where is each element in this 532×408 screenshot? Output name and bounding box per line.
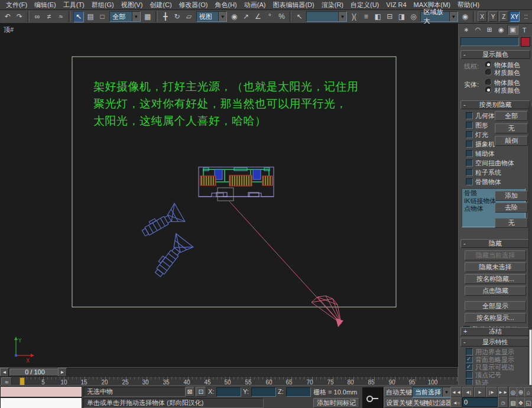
x-coord-field[interactable] xyxy=(216,387,241,397)
go-to-end-button[interactable]: ►► xyxy=(498,387,508,397)
time-slider-prev-arrow[interactable]: ◄ xyxy=(0,368,9,377)
category-add-button[interactable]: 添加 xyxy=(495,191,528,201)
menu-tools[interactable]: 工具(T) xyxy=(60,1,88,9)
select-and-scale-icon[interactable]: ▱ xyxy=(184,11,194,22)
menu-graph-editors[interactable]: 图表编辑器(D) xyxy=(269,1,317,9)
spotlight-object-1[interactable] xyxy=(138,204,185,243)
restrict-z-button[interactable]: Z xyxy=(499,11,508,22)
next-frame-button[interactable]: |► xyxy=(486,387,498,397)
rollout-hide-by-category-header[interactable]: - 按类别隐藏 xyxy=(460,100,530,109)
named-selection-icon[interactable]: ↖ xyxy=(294,11,304,22)
menu-edit[interactable]: 编辑(E) xyxy=(31,1,60,9)
select-and-link-icon[interactable]: ∞ xyxy=(32,11,43,22)
target-spotlight-object[interactable] xyxy=(229,201,343,327)
radio-icon[interactable] xyxy=(485,69,492,76)
key-mode-toggle-button[interactable]: ◄○ xyxy=(450,397,462,408)
selection-filter-dropdown[interactable]: 全部 ▼ xyxy=(109,11,140,22)
unhide-by-name-button[interactable]: 按名称显示... xyxy=(465,313,526,323)
use-pivot-center-icon[interactable]: ◉ xyxy=(229,11,239,22)
category-list-none-button[interactable]: 无 xyxy=(495,218,528,228)
dropdown-arrow-icon[interactable]: ▼ xyxy=(442,387,450,397)
menu-viz[interactable]: VIZ R4 xyxy=(382,1,410,8)
reference-coordinate-dropdown[interactable]: 视图 ▼ xyxy=(196,11,227,22)
category-helpers[interactable]: 辅助体 xyxy=(461,149,530,158)
viewport-text-annotation[interactable]: 架好摄像机，打好主光源，（也就是太阳光，记住用 聚光灯，这对你有好处，那当然也可… xyxy=(93,78,401,129)
add-time-tag-button[interactable]: 添加时间标记 xyxy=(313,398,359,408)
tab-hierarchy-icon[interactable]: ⊞ xyxy=(484,25,495,35)
material-editor-icon[interactable]: ◧ xyxy=(372,11,383,22)
tab-display-icon[interactable]: ▣ xyxy=(507,25,519,35)
shaded-material-color-radio[interactable]: 材质颜色 xyxy=(485,86,520,95)
z-coord-field[interactable] xyxy=(286,387,311,397)
checkbox-icon[interactable] xyxy=(466,178,473,185)
zoom-all-icon[interactable]: ⊕ xyxy=(517,387,525,397)
y-coord-field[interactable] xyxy=(251,387,276,397)
key-selection-mode-dropdown[interactable]: 当前选择 ▼ xyxy=(412,387,451,397)
render-type-dropdown[interactable]: 区域放大 ▼ xyxy=(420,11,458,22)
menu-group[interactable]: 群组(G) xyxy=(88,1,118,9)
checkbox-icon[interactable] xyxy=(466,141,473,148)
unlink-selection-icon[interactable]: ≠ xyxy=(44,11,54,22)
spinner-snap-icon[interactable]: :: xyxy=(521,11,531,22)
maxscript-mini-listener[interactable] xyxy=(0,397,82,408)
category-particle-systems[interactable]: 粒子系统 xyxy=(461,168,530,177)
named-selection-dropdown[interactable]: ▼ xyxy=(306,11,347,22)
angle-snap-icon[interactable]: ° xyxy=(264,11,275,22)
rollout-display-color-header[interactable]: - 显示颜色 xyxy=(460,50,530,59)
time-slider-handle[interactable]: 0 / 100 xyxy=(9,368,60,376)
hide-unselected-button[interactable]: 隐藏未选择 xyxy=(465,262,526,272)
menu-file[interactable]: 文件(F) xyxy=(2,1,31,9)
go-to-start-button[interactable]: ◄◄ xyxy=(450,387,462,397)
select-and-manipulate-icon[interactable]: ↗ xyxy=(241,11,251,22)
set-key-button[interactable]: 设置关键帧 xyxy=(384,397,413,408)
menu-character[interactable]: 角色(H) xyxy=(212,1,241,9)
radio-icon[interactable] xyxy=(485,61,492,68)
category-none-button[interactable]: 无 xyxy=(495,123,528,133)
percent-snap-icon[interactable]: % xyxy=(277,11,287,22)
menu-modifiers[interactable]: 修改器(O) xyxy=(176,1,212,9)
current-frame-field[interactable] xyxy=(462,397,498,407)
select-object-icon[interactable]: ↖ xyxy=(73,11,84,22)
curve-editor-icon[interactable]: ⊟ xyxy=(384,11,395,22)
checkbox-icon[interactable] xyxy=(466,122,473,129)
time-slider-next-arrow[interactable]: ► xyxy=(58,368,67,377)
top-viewport[interactable]: 顶# xyxy=(0,24,459,367)
dropdown-arrow-icon[interactable]: ▼ xyxy=(338,12,346,21)
rollout-hide-header[interactable]: - 隐藏 xyxy=(460,239,530,248)
checkbox-icon[interactable] xyxy=(466,169,473,176)
tab-modify-icon[interactable]: ◠ xyxy=(472,25,484,35)
tab-utilities-icon[interactable]: T xyxy=(518,25,530,35)
zoom-extents-icon[interactable]: ⌂ xyxy=(524,387,532,397)
radio-icon[interactable] xyxy=(485,87,492,93)
current-frame-marker[interactable] xyxy=(20,377,25,386)
play-animation-button[interactable]: ► xyxy=(474,387,486,397)
category-bone-objects[interactable]: 骨骼物体 xyxy=(461,177,530,187)
selection-lock-icon[interactable]: ⊠ xyxy=(185,387,194,397)
wireframe-material-color-radio[interactable]: 材质颜色 xyxy=(485,68,520,77)
panel-scrollbar[interactable] xyxy=(528,106,532,404)
tab-motion-icon[interactable]: ◉ xyxy=(495,25,507,35)
snap-toggle-icon[interactable]: ∠ xyxy=(252,11,263,22)
dropdown-arrow-icon[interactable]: ▼ xyxy=(218,12,226,21)
menu-rendering[interactable]: 渲染(R) xyxy=(318,1,347,9)
select-and-move-icon[interactable]: ╋ xyxy=(160,11,171,22)
category-all-button[interactable]: 全部 xyxy=(495,111,528,121)
object-name-field[interactable] xyxy=(460,37,519,46)
radio-icon[interactable] xyxy=(485,79,492,86)
animate-key-icon[interactable] xyxy=(362,387,383,408)
hide-by-hit-button[interactable]: 点击隐藏 xyxy=(465,286,526,296)
building-plan-object[interactable] xyxy=(199,167,274,201)
object-color-swatch[interactable] xyxy=(521,37,530,47)
previous-frame-button[interactable]: ◄| xyxy=(462,387,474,397)
quick-render-icon[interactable]: ◉ xyxy=(460,11,471,22)
undo-icon[interactable]: ↶ xyxy=(2,11,13,22)
checkbox-icon[interactable] xyxy=(466,112,473,119)
checkbox-icon[interactable] xyxy=(466,150,473,157)
pan-icon[interactable]: ❖ xyxy=(517,397,525,408)
select-by-name-icon[interactable]: ▤ xyxy=(85,11,96,22)
select-and-rotate-icon[interactable]: ↻ xyxy=(172,11,183,22)
rollout-freeze-header[interactable]: + 冻结 xyxy=(460,327,530,336)
window-crossing-icon[interactable]: ▦ xyxy=(142,11,153,22)
checkbox-icon[interactable] xyxy=(466,131,473,138)
menu-animation[interactable]: 动画(A) xyxy=(241,1,270,9)
